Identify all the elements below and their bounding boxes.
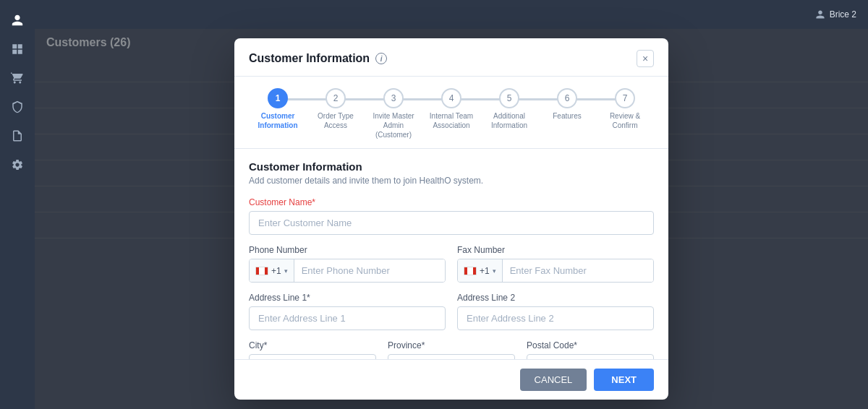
step-5[interactable]: 5 AdditionalInformation (480, 88, 538, 130)
fax-code: +1 (480, 266, 490, 276)
customer-name-input[interactable] (249, 211, 654, 235)
user-info: Brice 2 (815, 9, 856, 20)
sidebar-icon-doc[interactable] (6, 124, 29, 147)
step-label-6: Features (553, 111, 581, 121)
fax-dropdown-icon: ▾ (493, 267, 496, 275)
city-province-postal-row: City* Province* Postal Code* (249, 340, 654, 359)
address1-label: Address Line 1* (249, 293, 446, 303)
sidebar (0, 0, 35, 409)
province-group: Province* (388, 340, 515, 359)
province-label: Province* (388, 340, 515, 350)
sidebar-icon-user[interactable] (6, 9, 29, 32)
phone-label: Phone Number (249, 245, 446, 255)
address2-input[interactable] (457, 306, 654, 330)
step-circle-3: 3 (383, 88, 404, 108)
fax-flag (464, 267, 477, 275)
customer-name-group: Customer Name* (249, 197, 654, 235)
customer-name-label: Customer Name* (249, 197, 654, 207)
phone-group: Phone Number +1 ▾ (249, 245, 446, 283)
step-2[interactable]: 2 Order Type Access (307, 88, 365, 130)
phone-code: +1 (271, 266, 281, 276)
step-3[interactable]: 3 Invite MasterAdmin (Customer) (365, 88, 422, 139)
step-label-7: Review & Confirm (596, 111, 654, 130)
step-7[interactable]: 7 Review & Confirm (596, 88, 654, 130)
close-button[interactable]: × (637, 50, 654, 67)
address2-label: Address Line 2 (457, 293, 654, 303)
step-circle-4: 4 (441, 88, 461, 108)
next-button[interactable]: NEXT (594, 369, 654, 391)
steps: 1 CustomerInformation 2 Order Type Acces… (249, 88, 654, 139)
step-1[interactable]: 1 CustomerInformation (249, 88, 307, 130)
steps-container: 1 CustomerInformation 2 Order Type Acces… (234, 77, 668, 149)
fax-number-input[interactable] (503, 259, 653, 282)
phone-dropdown-icon: ▾ (284, 267, 288, 275)
sidebar-icon-cart[interactable] (6, 66, 29, 90)
city-group: City* (249, 340, 376, 359)
province-input[interactable] (388, 354, 515, 359)
step-label-3: Invite MasterAdmin (Customer) (365, 111, 422, 139)
step-circle-1: 1 (268, 88, 288, 108)
modal-header: Customer Information i × (234, 38, 668, 77)
sidebar-icon-box[interactable] (6, 95, 29, 119)
postal-label: Postal Code* (527, 340, 654, 350)
section-heading: Customer Information (249, 160, 654, 173)
step-label-1: CustomerInformation (258, 111, 298, 130)
step-circle-5: 5 (499, 88, 519, 108)
modal-overlay: Customer Information i × 1 CustomerInfor… (35, 29, 868, 409)
cancel-button[interactable]: CANCEL (520, 369, 587, 391)
postal-code-input[interactable] (527, 354, 654, 359)
step-label-5: AdditionalInformation (491, 111, 527, 130)
phone-fax-row: Phone Number +1 ▾ (249, 245, 654, 293)
address2-group: Address Line 2 (457, 293, 654, 330)
city-label: City* (249, 340, 376, 350)
main-content: Brice 2 Customers (26) Customer (35, 0, 868, 409)
content-area: Customers (26) Customer Information i (35, 29, 868, 409)
modal-title: Customer Information i (249, 52, 387, 65)
modal-footer: CANCEL NEXT (234, 359, 668, 400)
username: Brice 2 (830, 9, 856, 20)
sidebar-icon-gear[interactable] (6, 153, 29, 176)
customer-info-modal: Customer Information i × 1 CustomerInfor… (234, 38, 668, 400)
phone-number-input[interactable] (294, 259, 445, 282)
sidebar-icon-grid[interactable] (6, 38, 29, 61)
step-label-4: Internal TeamAssociation (430, 111, 473, 130)
step-4[interactable]: 4 Internal TeamAssociation (422, 88, 480, 130)
address1-group: Address Line 1* (249, 293, 446, 330)
step-label-2: Order Type Access (307, 111, 365, 130)
step-6[interactable]: 6 Features (538, 88, 596, 121)
step-circle-6: 6 (557, 88, 577, 108)
phone-prefix[interactable]: +1 ▾ (250, 259, 294, 282)
top-bar: Brice 2 (35, 0, 868, 29)
step-circle-2: 2 (326, 88, 346, 108)
city-input[interactable] (249, 354, 376, 359)
address-row: Address Line 1* Address Line 2 (249, 293, 654, 340)
info-icon[interactable]: i (375, 53, 387, 64)
address1-input[interactable] (249, 306, 446, 330)
phone-input-wrapper: +1 ▾ (249, 259, 446, 283)
postal-group: Postal Code* (527, 340, 654, 359)
modal-body: Customer Information Add customer detail… (234, 149, 668, 359)
canada-flag (255, 267, 268, 275)
fax-input-wrapper: +1 ▾ (457, 259, 654, 283)
fax-prefix[interactable]: +1 ▾ (458, 259, 503, 282)
fax-group: Fax Number +1 ▾ (457, 245, 654, 283)
step-circle-7: 7 (615, 88, 635, 108)
fax-label: Fax Number (457, 245, 654, 255)
section-description: Add customer details and invite them to … (249, 176, 654, 186)
